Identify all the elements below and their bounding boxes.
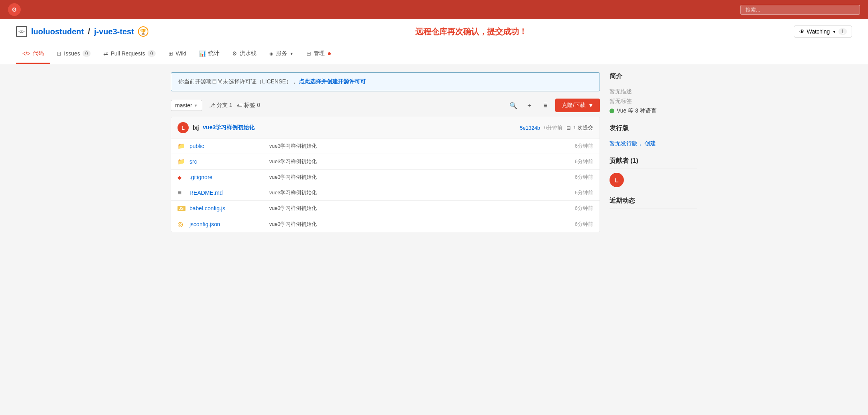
pr-badge: 0 bbox=[148, 50, 156, 57]
commit-author: lxj bbox=[193, 125, 199, 131]
tab-pipeline[interactable]: ⚙ 流水线 bbox=[226, 44, 263, 64]
branch-name: master bbox=[175, 102, 192, 109]
table-row[interactable]: ◆ .gitignore vue3学习样例初始化 6分钟前 bbox=[171, 170, 600, 185]
file-name[interactable]: public bbox=[189, 143, 269, 149]
stats-icon: 📊 bbox=[199, 50, 206, 57]
repo-header: </> luoluostudent / j-vue3-test 🏆 远程仓库再次… bbox=[0, 19, 868, 44]
file-name[interactable]: src bbox=[189, 158, 269, 165]
search-input[interactable] bbox=[740, 5, 860, 15]
tab-issues[interactable]: ⊡ Issues 0 bbox=[50, 45, 97, 63]
tab-pipeline-label: 流水线 bbox=[240, 50, 256, 57]
tag-count-item[interactable]: 🏷 标签 0 bbox=[237, 102, 260, 109]
branch-count-item[interactable]: ⎇ 分支 1 bbox=[209, 102, 233, 109]
file-name[interactable]: babel.config.js bbox=[189, 205, 269, 211]
commit-count-icon: ⊟ bbox=[566, 125, 571, 131]
clone-label: 克隆/下载 bbox=[562, 102, 586, 109]
branch-fork-icon: ⎇ bbox=[209, 102, 215, 109]
table-row[interactable]: 📁 src vue3学习样例初始化 6分钟前 bbox=[171, 154, 600, 170]
file-message: vue3学习样例初始化 bbox=[269, 158, 575, 165]
commit-avatar: L bbox=[178, 122, 189, 133]
repo-name-link[interactable]: j-vue3-test bbox=[94, 27, 134, 36]
file-name[interactable]: README.md bbox=[189, 190, 269, 196]
file-name[interactable]: jsconfig.json bbox=[189, 221, 269, 227]
file-name[interactable]: .gitignore bbox=[189, 174, 269, 180]
watching-count: 1 bbox=[838, 28, 847, 35]
file-message: vue3学习样例初始化 bbox=[269, 221, 575, 228]
lang-item: Vue 等 3 种语言 bbox=[610, 107, 697, 115]
license-link[interactable]: 点此选择并创建开源许可可 bbox=[299, 78, 366, 85]
services-arrow: ▼ bbox=[290, 51, 294, 56]
sidebar-contributors: 贡献者 (1) L bbox=[610, 157, 697, 187]
monitor-btn[interactable]: 🖥 bbox=[539, 99, 551, 111]
branch-label: 分支 1 bbox=[217, 102, 233, 109]
file-time: 6分钟前 bbox=[575, 158, 593, 165]
intro-title: 简介 bbox=[610, 72, 697, 84]
file-time: 6分钟前 bbox=[575, 221, 593, 228]
tab-pr-label: Pull Requests bbox=[110, 50, 145, 57]
commit-time: 6分钟前 bbox=[544, 124, 562, 131]
js-icon: JS bbox=[178, 206, 185, 211]
achievement-badge: 🏆 bbox=[138, 26, 148, 37]
right-panel: 简介 暂无描述 暂无标签 Vue 等 3 种语言 发行版 暂无发行版， 创建 贡… bbox=[610, 72, 697, 232]
commit-row: L lxj vue3学习样例初始化 5e1324b 6分钟前 ⊟ 1 次提交 bbox=[171, 117, 600, 138]
issues-icon: ⊡ bbox=[57, 50, 61, 57]
create-release-link[interactable]: 创建 bbox=[645, 140, 656, 146]
table-row[interactable]: ◎ jsconfig.json vue3学习样例初始化 6分钟前 bbox=[171, 216, 600, 232]
clone-download-button[interactable]: 克隆/下载 ▼ bbox=[555, 99, 600, 112]
repo-code-icon: </> bbox=[16, 26, 27, 37]
clone-arrow-icon: ▼ bbox=[588, 102, 594, 109]
main-content: 你当前开源项目尚未选择许可证（LICENSE）， 点此选择并创建开源许可可 ma… bbox=[155, 72, 713, 232]
branch-meta: ⎇ 分支 1 🏷 标签 0 bbox=[209, 102, 260, 109]
lang-dot bbox=[610, 109, 614, 113]
tab-services-label: 服务 bbox=[276, 50, 287, 57]
json-icon: ◎ bbox=[178, 220, 185, 228]
add-file-btn[interactable]: ＋ bbox=[523, 99, 535, 111]
search-action-btn[interactable]: 🔍 bbox=[507, 99, 519, 111]
branch-arrow: ▼ bbox=[194, 103, 198, 108]
logo-icon: G bbox=[8, 3, 21, 16]
no-release-text: 暂无发行版， 创建 bbox=[610, 140, 697, 147]
commit-count-text: 1 次提交 bbox=[573, 124, 593, 131]
branch-selector[interactable]: master ▼ bbox=[171, 100, 202, 111]
tab-code-label: 代码 bbox=[33, 50, 44, 57]
tab-wiki[interactable]: ⊞ Wiki bbox=[162, 45, 192, 63]
sidebar-recent: 近期动态 bbox=[610, 197, 697, 209]
repo-separator: / bbox=[88, 27, 90, 36]
top-bar: G bbox=[0, 0, 868, 19]
contributor-avatar[interactable]: L bbox=[610, 173, 624, 187]
code-icon: </> bbox=[22, 50, 30, 57]
file-message: vue3学习样例初始化 bbox=[269, 142, 575, 150]
table-row[interactable]: 📁 public vue3学习样例初始化 6分钟前 bbox=[171, 138, 600, 154]
tab-services[interactable]: ◈ 服务 ▼ bbox=[263, 44, 300, 64]
tab-manage[interactable]: ⊟ 管理 bbox=[300, 44, 337, 64]
tab-code[interactable]: </> 代码 bbox=[16, 44, 50, 64]
nav-tabs: </> 代码 ⊡ Issues 0 ⇄ Pull Requests 0 ⊞ Wi… bbox=[0, 44, 868, 64]
eye-icon: 👁 bbox=[799, 28, 805, 35]
watching-dropdown-icon: ▼ bbox=[832, 30, 836, 34]
watching-button[interactable]: 👁 Watching ▼ 1 bbox=[794, 26, 852, 38]
tab-pullrequests[interactable]: ⇄ Pull Requests 0 bbox=[97, 45, 162, 63]
release-title: 发行版 bbox=[610, 124, 697, 136]
manage-dot bbox=[328, 52, 331, 55]
tab-stats[interactable]: 📊 统计 bbox=[193, 44, 226, 64]
recent-title: 近期动态 bbox=[610, 197, 697, 209]
issues-badge: 0 bbox=[83, 50, 91, 57]
repo-owner-link[interactable]: luoluostudent bbox=[31, 27, 84, 36]
commit-count: ⊟ 1 次提交 bbox=[566, 124, 593, 131]
tag-icon: 🏷 bbox=[237, 102, 243, 109]
folder-icon: 📁 bbox=[178, 158, 185, 165]
manage-icon: ⊟ bbox=[306, 50, 311, 57]
commit-hash[interactable]: 5e1324b bbox=[520, 125, 540, 131]
tab-wiki-label: Wiki bbox=[176, 50, 186, 57]
branch-actions: 🔍 ＋ 🖥 克隆/下载 ▼ bbox=[507, 99, 600, 112]
table-row[interactable]: ≣ README.md vue3学习样例初始化 6分钟前 bbox=[171, 185, 600, 201]
folder-icon: 📁 bbox=[178, 142, 185, 150]
file-message: vue3学习样例初始化 bbox=[269, 189, 575, 196]
wiki-icon: ⊞ bbox=[168, 50, 173, 57]
pr-icon: ⇄ bbox=[103, 50, 108, 57]
tab-stats-label: 统计 bbox=[208, 50, 219, 57]
branch-bar: master ▼ ⎇ 分支 1 🏷 标签 0 🔍 ＋ 🖥 bbox=[171, 99, 600, 112]
commit-message[interactable]: vue3学习样例初始化 bbox=[203, 124, 516, 131]
table-row[interactable]: JS babel.config.js vue3学习样例初始化 6分钟前 bbox=[171, 201, 600, 216]
sidebar-intro: 简介 暂无描述 暂无标签 Vue 等 3 种语言 bbox=[610, 72, 697, 115]
